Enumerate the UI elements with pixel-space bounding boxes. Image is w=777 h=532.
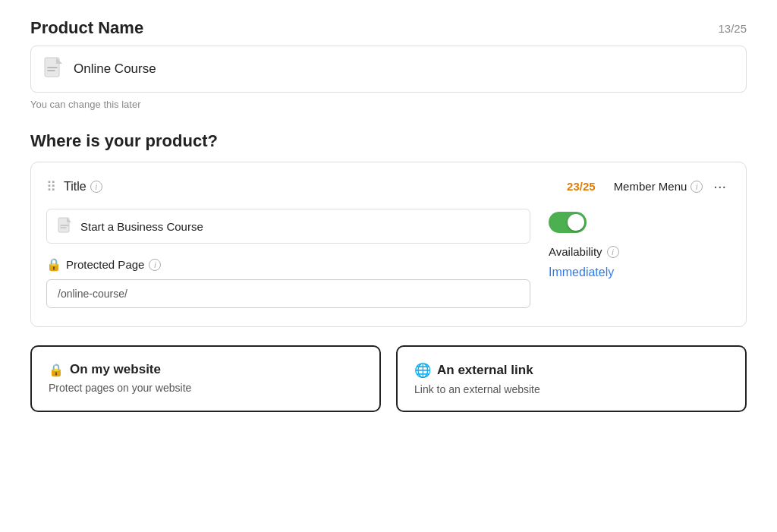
more-options-button[interactable]: ··· (709, 176, 731, 197)
availability-label: Availability i (549, 245, 731, 258)
left-column: 🔒 Protected Page i (46, 209, 530, 308)
external-link-globe-icon: 🌐 (414, 362, 431, 379)
protected-page-label: 🔒 Protected Page i (46, 257, 530, 272)
external-link-card[interactable]: 🌐 An external link Link to an external w… (396, 345, 747, 412)
external-link-title: 🌐 An external link (414, 362, 728, 379)
availability-info-icon[interactable]: i (607, 246, 619, 258)
external-link-desc: Link to an external website (414, 383, 728, 395)
product-name-section-header: Product Name 13/25 (30, 18, 747, 38)
availability-link[interactable]: Immediately (549, 266, 614, 279)
product-name-title: Product Name (30, 18, 143, 38)
document-icon (43, 57, 64, 81)
member-menu-toggle[interactable] (549, 212, 587, 233)
on-my-website-card[interactable]: 🔒 On my website Protect pages on your we… (30, 345, 381, 412)
member-menu-section: Member Menu i ··· (614, 176, 731, 197)
right-column: Availability i Immediately (549, 209, 731, 279)
card-top-row: ⠿ Title i 23/25 Member Menu i ··· (46, 176, 731, 197)
bottom-cards: 🔒 On my website Protect pages on your we… (30, 345, 747, 412)
member-menu-info-icon[interactable]: i (690, 181, 703, 193)
title-info-icon[interactable]: i (90, 181, 102, 193)
on-my-website-desc: Protect pages on your website (49, 382, 363, 394)
protected-page-input[interactable] (46, 279, 530, 308)
toggle-wrapper (549, 212, 731, 233)
protected-page-info-icon[interactable]: i (149, 259, 161, 271)
product-name-input-wrapper (30, 46, 747, 93)
product-name-char-count: 13/25 (718, 22, 747, 35)
product-name-input[interactable] (74, 61, 734, 77)
title-char-count: 23/25 (567, 180, 596, 193)
toggle-slider (549, 212, 587, 233)
title-input-wrapper (46, 209, 530, 244)
title-input[interactable] (80, 220, 519, 233)
lock-icon: 🔒 (46, 257, 61, 272)
drag-handle-icon[interactable]: ⠿ (46, 178, 56, 195)
card-middle-row: 🔒 Protected Page i Availability i Immedi… (46, 209, 731, 308)
title-label: Title i (64, 180, 102, 194)
helper-text: You can change this later (30, 99, 747, 110)
product-card: ⠿ Title i 23/25 Member Menu i ··· (30, 162, 747, 327)
on-my-website-title: 🔒 On my website (49, 362, 363, 377)
small-document-icon (58, 217, 73, 235)
member-menu-label: Member Menu i (614, 180, 703, 193)
on-my-website-lock-icon: 🔒 (49, 363, 64, 377)
where-product-title: Where is your product? (30, 131, 747, 151)
